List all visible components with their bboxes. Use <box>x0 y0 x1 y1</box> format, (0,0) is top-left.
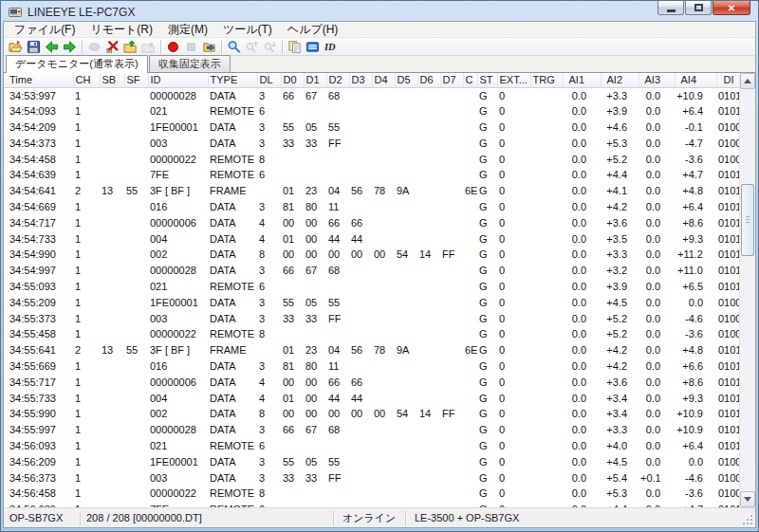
table-cell: 0.0 <box>639 247 675 263</box>
toolbar-separator <box>160 40 161 54</box>
table-row[interactable]: 34:55:3731003DATA33333FFG00.0+5.20.0-4.6… <box>4 311 739 327</box>
back-arrow-icon[interactable] <box>43 38 61 55</box>
menu-item-help[interactable]: ヘルプ(H) <box>280 22 346 37</box>
tab-fixed-display[interactable]: 収集固定表示 <box>149 55 231 72</box>
table-row[interactable]: 34:55:6691016DATA3818011G00.0+4.20.0+6.6… <box>4 358 739 375</box>
minimize-button[interactable] <box>657 1 684 15</box>
table-cell <box>530 486 563 502</box>
table-cell: 3 <box>257 422 281 438</box>
table-row[interactable]: 34:56:458100000022REMOTE8G00.0+5.30.0-3.… <box>4 486 739 502</box>
table-cell: 00000028 <box>148 263 208 279</box>
table-row[interactable]: 34:54:63917FEREMOTE6G00.0+4.40.0+4.70101 <box>4 167 739 183</box>
column-header-id[interactable]: ID <box>148 73 208 87</box>
table-row[interactable]: 34:54:3731003DATA33333FFG00.0+5.30.0-4.7… <box>4 136 739 152</box>
table-cell <box>395 167 417 183</box>
column-header-d0[interactable]: D0 <box>281 73 304 87</box>
scrollbar-track[interactable] <box>740 89 755 491</box>
table-row[interactable]: 34:53:997100000028DATA3666768G00.0+3.30.… <box>4 87 739 103</box>
key-emulation-icon[interactable] <box>200 38 218 55</box>
table-row[interactable]: 34:55:458100000022REMOTE8G00.0+5.20.0-3.… <box>4 326 739 342</box>
table-row[interactable]: 34:55:717100000006DATA400006666G00.0+3.6… <box>4 375 739 391</box>
table-cell: 34:54:997 <box>4 263 73 279</box>
table-cell <box>463 119 477 136</box>
maximize-button[interactable] <box>685 1 712 15</box>
table-row[interactable]: 34:54:458100000022REMOTE8G00.0+5.20.0-3.… <box>4 152 739 168</box>
column-header-ch[interactable]: CH <box>73 73 100 87</box>
record-icon[interactable] <box>164 38 182 55</box>
column-header-st[interactable]: ST <box>477 73 497 87</box>
disconnect-icon[interactable] <box>103 38 121 55</box>
table-row[interactable]: 34:56:20911FE00001DATA3550555G00.0+4.50.… <box>4 454 739 470</box>
table-row[interactable]: 34:55:641213553F [ BF ]FRAME01230456789A… <box>4 342 739 358</box>
table-cell: 0101 <box>716 502 739 507</box>
table-cell: 8 <box>257 152 281 168</box>
column-header-trg[interactable]: TRG <box>530 73 563 87</box>
table-row[interactable]: 34:54:6691016DATA3818011G00.0+4.20.0+6.4… <box>4 199 739 215</box>
column-header-time[interactable]: Time <box>4 73 73 87</box>
column-header-sf[interactable]: SF <box>124 73 148 87</box>
table-row[interactable]: 34:54:0931021REMOTE6G00.0+3.90.0+6.40101 <box>4 103 739 119</box>
table-row[interactable]: 34:56:63917FEREMOTE6G00.0+4.40.0+4.70101 <box>4 502 739 507</box>
table-row[interactable]: 34:54:641213553F [ BF ]FRAME01230456789A… <box>4 183 739 199</box>
scroll-down-button[interactable] <box>740 491 755 507</box>
table-row[interactable]: 34:54:9901002DATA800000000005414FFG00.0+… <box>4 247 739 263</box>
scroll-up-button[interactable] <box>740 73 755 89</box>
table-cell: 0 <box>497 375 530 391</box>
scrollbar-thumb[interactable] <box>741 184 754 256</box>
tab-data-monitor[interactable]: データモニター(通常表示) <box>6 55 148 73</box>
column-header-c[interactable]: C <box>463 73 477 87</box>
column-header-dl[interactable]: DL <box>257 73 281 87</box>
data-display-icon[interactable] <box>304 38 322 55</box>
table-cell: 003 <box>148 136 208 152</box>
table-cell: 34:55:458 <box>4 326 73 342</box>
column-header-sb[interactable]: SB <box>100 73 124 87</box>
column-header-ai4[interactable]: AI4 <box>675 73 716 87</box>
table-cell: 0 <box>497 119 530 136</box>
column-header-ai3[interactable]: AI3 <box>639 73 675 87</box>
table-cell: 0.0 <box>563 342 601 358</box>
table-row[interactable]: 34:55:997100000028DATA3666768G00.0+3.30.… <box>4 422 739 438</box>
table-cell <box>530 470 563 486</box>
table-row[interactable]: 34:56:0931021REMOTE6G00.0+4.00.0+6.40101 <box>4 438 739 454</box>
column-header-ai2[interactable]: AI2 <box>601 73 639 87</box>
copy-icon[interactable] <box>286 38 304 55</box>
close-button[interactable]: ✕ <box>713 1 750 15</box>
column-header-d6[interactable]: D6 <box>417 73 440 87</box>
column-header-d2[interactable]: D2 <box>326 73 349 87</box>
column-header-di[interactable]: DI <box>716 73 739 87</box>
menu-item-remote[interactable]: リモート(R) <box>83 22 160 37</box>
table-row[interactable]: 34:54:717100000006DATA400006666G00.0+3.6… <box>4 215 739 231</box>
resize-grip[interactable] <box>742 514 753 525</box>
menu-item-measure[interactable]: 測定(M) <box>160 22 215 37</box>
table-row[interactable]: 34:56:3731003DATA33333FFG00.0+5.4+0.1-4.… <box>4 470 739 486</box>
column-header-d3[interactable]: D3 <box>349 73 372 87</box>
table-row[interactable]: 34:54:997100000028DATA3666768G00.0+3.20.… <box>4 263 739 279</box>
save-file-icon[interactable] <box>25 38 43 55</box>
column-header-d1[interactable]: D1 <box>304 73 326 87</box>
title-bar[interactable]: LINEEYE LE-PC7GX ✕ <box>1 1 758 21</box>
vertical-scrollbar[interactable] <box>739 73 755 507</box>
table-row[interactable]: 34:55:7331004DATA401004444G00.0+3.40.0+9… <box>4 391 739 407</box>
client-area: ファイル(F)リモート(R)測定(M)ツール(T)ヘルプ(H) ID データモニ… <box>3 21 756 528</box>
table-row[interactable]: 34:55:0931021REMOTE6G00.0+3.90.0+6.50101 <box>4 279 739 295</box>
menu-item-tools[interactable]: ツール(T) <box>215 22 280 37</box>
table-cell: 00 <box>304 247 326 263</box>
open-file-icon[interactable] <box>7 38 25 55</box>
search-icon[interactable] <box>225 38 243 55</box>
menu-item-file[interactable]: ファイル(F) <box>7 22 83 37</box>
table-cell <box>395 215 417 231</box>
table-row[interactable]: 34:55:20911FE00001DATA3550555G00.0+4.50.… <box>4 295 739 311</box>
column-header-type[interactable]: TYPE <box>208 73 257 87</box>
column-header-d4[interactable]: D4 <box>372 73 395 87</box>
column-header-d5[interactable]: D5 <box>395 73 417 87</box>
column-header-ai1[interactable]: AI1 <box>563 73 601 87</box>
column-header-d7[interactable]: D7 <box>440 73 463 87</box>
remote-open-icon[interactable] <box>121 38 139 55</box>
column-header-ext[interactable]: EXT... <box>497 73 530 87</box>
forward-arrow-icon[interactable] <box>61 38 79 55</box>
table-row[interactable]: 34:55:9901002DATA800000000005414FFG00.0+… <box>4 406 739 422</box>
table-row[interactable]: 34:54:20911FE00001DATA3550555G00.0+4.60.… <box>4 119 739 136</box>
table-cell: 0 <box>497 406 530 422</box>
table-row[interactable]: 34:54:7331004DATA401004444G00.0+3.50.0+9… <box>4 231 739 248</box>
id-filter-icon[interactable]: ID <box>322 38 340 55</box>
